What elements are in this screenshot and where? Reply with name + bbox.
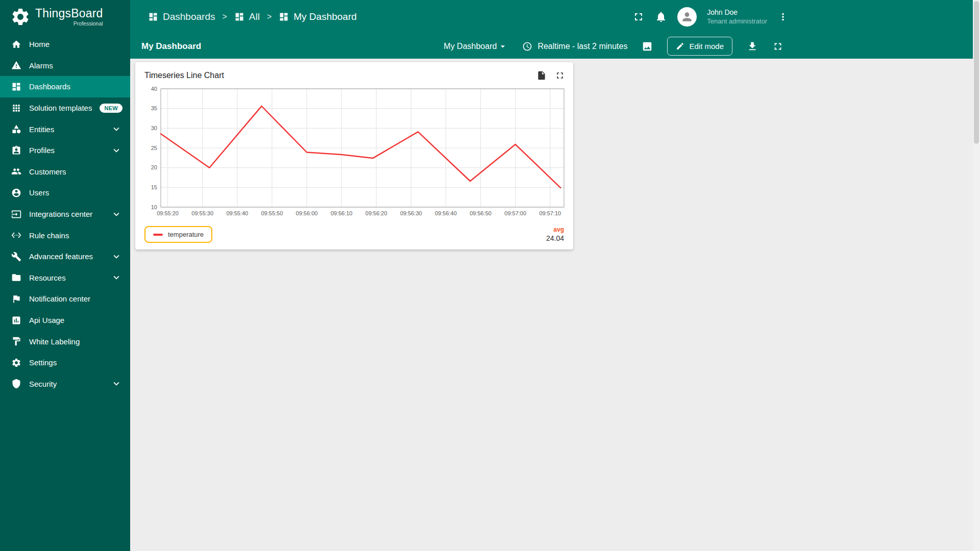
svg-text:20: 20 xyxy=(151,164,157,170)
folder-icon xyxy=(11,272,21,283)
svg-text:25: 25 xyxy=(151,145,157,151)
export-dashboard-button[interactable] xyxy=(747,41,758,52)
sidebar-item-rule-chains[interactable]: Rule chains xyxy=(0,224,130,246)
dashboard-icon xyxy=(11,82,21,92)
home-icon xyxy=(11,39,21,49)
sidebar-item-solution-templates[interactable]: Solution templates NEW xyxy=(0,97,130,119)
legend-item-temperature[interactable]: temperature xyxy=(144,226,212,243)
sidebar-nav: Home Alarms Dashboards Solution template… xyxy=(0,34,130,394)
download-icon xyxy=(747,41,758,52)
sidebar-item-notification-center[interactable]: Notification center xyxy=(0,288,130,310)
svg-text:09:56:20: 09:56:20 xyxy=(365,210,387,216)
sidebar-item-advanced-features[interactable]: Advanced features xyxy=(0,246,130,267)
legend-aggregation: avg 24.04 xyxy=(546,226,564,243)
agg-label: avg xyxy=(553,226,564,234)
people-icon xyxy=(11,166,21,177)
scrollbar-thumb[interactable] xyxy=(974,1,979,144)
notifications-icon xyxy=(655,11,667,23)
breadcrumb-separator: > xyxy=(267,12,272,21)
scrollbar[interactable] xyxy=(973,0,980,551)
settings-icon xyxy=(11,358,21,368)
svg-text:40: 40 xyxy=(151,86,157,92)
fullscreen-icon xyxy=(555,70,565,81)
sidebar-item-security[interactable]: Security xyxy=(0,373,130,395)
legend-series-label: temperature xyxy=(168,231,204,238)
widget-export-button[interactable] xyxy=(536,70,547,81)
app-logo[interactable]: ThingsBoard Professional xyxy=(0,0,130,34)
timewindow-button[interactable]: Realtime - last 2 minutes xyxy=(522,41,627,52)
top-header: Dashboards > All > My Dashboard John Doe… xyxy=(130,0,980,34)
chevron-down-icon xyxy=(498,41,508,52)
svg-text:35: 35 xyxy=(151,105,157,111)
account-icon xyxy=(11,188,21,198)
chevron-down-icon xyxy=(111,145,122,156)
svg-text:15: 15 xyxy=(151,184,157,190)
warning-icon xyxy=(11,60,21,70)
sidebar-item-home[interactable]: Home xyxy=(0,34,130,55)
build-icon xyxy=(11,252,21,262)
logo-subtitle: Professional xyxy=(74,20,103,27)
widget-fullscreen-button[interactable] xyxy=(555,70,565,81)
sidebar-item-integrations-center[interactable]: Integrations center xyxy=(0,204,130,225)
timeseries-line-chart[interactable]: 1015202530354009:55:2009:55:3009:55:4009… xyxy=(142,86,566,220)
widget-actions xyxy=(536,70,565,81)
input-icon xyxy=(11,209,21,219)
apps-icon xyxy=(11,103,21,113)
dashboard-fullscreen-button[interactable] xyxy=(772,41,783,52)
badge-icon xyxy=(11,145,21,156)
logo-title: ThingsBoard xyxy=(35,7,103,20)
sidebar-item-resources[interactable]: Resources xyxy=(0,267,130,289)
chevron-down-icon xyxy=(111,272,122,283)
svg-text:10: 10 xyxy=(151,204,157,210)
breadcrumb: Dashboards > All > My Dashboard xyxy=(148,11,357,22)
legend-marker xyxy=(153,234,163,236)
widget-header: Timeseries Line Chart xyxy=(142,67,566,84)
svg-text:09:55:40: 09:55:40 xyxy=(226,210,248,216)
widget-legend: temperature avg 24.04 xyxy=(142,226,566,243)
avatar[interactable] xyxy=(677,7,697,27)
sidebar-item-api-usage[interactable]: Api Usage xyxy=(0,310,130,331)
main-column: Dashboards > All > My Dashboard John Doe… xyxy=(130,0,980,551)
user-info: John Doe Tenant administrator xyxy=(707,8,767,26)
edit-mode-button[interactable]: Edit mode xyxy=(667,37,732,56)
user-menu-button[interactable] xyxy=(777,11,789,22)
sidebar-item-entities[interactable]: Entities xyxy=(0,118,130,140)
svg-text:30: 30 xyxy=(151,125,157,131)
timewindow-label: Realtime - last 2 minutes xyxy=(537,42,627,51)
breadcrumb-item-dashboards[interactable]: Dashboards xyxy=(148,11,215,22)
thingsboard-gear-icon xyxy=(10,7,31,27)
sidebar-item-alarms[interactable]: Alarms xyxy=(0,55,130,77)
fullscreen-icon xyxy=(632,11,645,23)
flag-icon xyxy=(11,294,21,304)
more-vert-icon xyxy=(777,11,789,22)
ethernet-icon xyxy=(11,230,21,240)
sidebar-item-white-labeling[interactable]: White Labeling xyxy=(0,331,130,352)
sidebar-item-profiles[interactable]: Profiles xyxy=(0,140,130,161)
category-icon xyxy=(11,124,21,134)
timeseries-widget: Timeseries Line Chart 1015202530354009:5… xyxy=(135,62,573,249)
user-name: John Doe xyxy=(707,8,767,17)
sidebar-item-settings[interactable]: Settings xyxy=(0,352,130,373)
breadcrumb-item-my-dashboard[interactable]: My Dashboard xyxy=(279,11,357,22)
agg-value: 24.04 xyxy=(546,234,564,243)
dashboard-icon xyxy=(279,12,289,22)
dashboard-icon xyxy=(234,12,244,22)
dashboard-image-button[interactable] xyxy=(642,41,653,52)
fullscreen-button[interactable] xyxy=(632,11,645,23)
page-title: My Dashboard xyxy=(141,41,201,52)
new-badge: NEW xyxy=(100,104,122,113)
breadcrumb-separator: > xyxy=(222,12,227,21)
clock-icon xyxy=(522,41,532,52)
dashboard-select[interactable]: My Dashboard xyxy=(444,41,508,52)
person-icon xyxy=(680,10,694,23)
fullscreen-icon xyxy=(772,41,783,52)
chevron-down-icon xyxy=(111,378,122,389)
svg-text:09:57:00: 09:57:00 xyxy=(504,210,526,216)
notifications-button[interactable] xyxy=(655,11,667,23)
svg-text:09:57:10: 09:57:10 xyxy=(539,210,561,216)
sidebar-item-users[interactable]: Users xyxy=(0,182,130,204)
sidebar-item-dashboards[interactable]: Dashboards xyxy=(0,76,130,97)
sidebar-item-customers[interactable]: Customers xyxy=(0,161,130,183)
svg-text:09:56:00: 09:56:00 xyxy=(296,210,318,216)
breadcrumb-item-all[interactable]: All xyxy=(234,11,260,22)
